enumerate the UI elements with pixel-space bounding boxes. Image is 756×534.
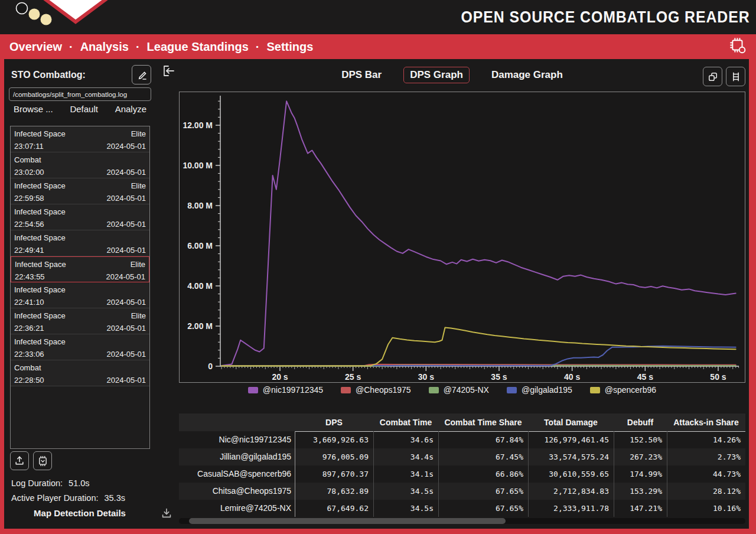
combat-item-top-row: Infected SpaceElite [14, 310, 146, 322]
legend-label: @74205-NX [444, 385, 489, 395]
combatlog-label: STO Combatlog: [11, 70, 86, 80]
combat-item-top-row: Infected Space [14, 232, 146, 244]
combat-date: 2024-05-01 [107, 218, 146, 230]
combat-item-top-row: Infected SpaceElite [14, 180, 146, 192]
combat-map: Infected Space [14, 310, 66, 322]
combat-list-item[interactable]: Combat22:28:502024-05-01 [11, 360, 149, 386]
combat-item-bottom-row: 23:02:002024-05-01 [14, 166, 146, 178]
combat-list-item[interactable]: Infected SpaceElite22:43:552024-05-01 [11, 256, 149, 282]
combat-map: Infected Space [14, 284, 66, 296]
legend-swatch [507, 387, 517, 393]
log-duration-label: Log Duration: [11, 478, 63, 488]
legend-label: @nic199712345 [263, 385, 323, 395]
pencil-icon [136, 69, 148, 81]
nav-separator: · [69, 40, 73, 54]
default-button[interactable]: Default [70, 104, 98, 114]
column-header: Debuff [614, 413, 667, 432]
combat-list-item[interactable]: Infected SpaceElite23:07:112024-05-01 [11, 126, 149, 152]
tab-dps-graph[interactable]: DPS Graph [403, 67, 470, 83]
column-header: DPS [295, 413, 373, 432]
ladder-icon [730, 71, 742, 83]
combat-item-top-row: Infected SpaceElite [15, 258, 145, 271]
table-cell: 34.4s [373, 448, 438, 465]
combat-list-item[interactable]: Infected Space22:49:412024-05-01 [11, 230, 149, 256]
save-graph-button[interactable] [160, 507, 173, 522]
svg-text:6.00 M: 6.00 M [187, 241, 213, 250]
combat-date: 2024-05-01 [107, 192, 146, 204]
combat-list-item[interactable]: Infected Space22:54:562024-05-01 [11, 204, 149, 230]
column-header: Total Damage [528, 413, 614, 432]
legend-swatch [341, 387, 351, 393]
svg-text:10.00 M: 10.00 M [183, 161, 213, 170]
map-detection-details-button[interactable]: Map Detection Details [4, 508, 155, 518]
combat-difficulty: Elite [131, 258, 145, 271]
combat-time: 23:02:00 [14, 166, 44, 178]
table-horizontal-scrollbar[interactable] [179, 518, 745, 524]
live-parser-chip-icon[interactable] [729, 37, 747, 54]
svg-text:2.00 M: 2.00 M [187, 321, 213, 331]
combat-item-bottom-row: 22:33:062024-05-01 [14, 348, 146, 360]
table-row: Nic@nic1997123453,669,926.6334.6s67.84%1… [179, 431, 745, 448]
column-header: Combat Time Share [438, 413, 528, 432]
table-cell: 2,712,834.83 [528, 483, 614, 500]
browse-button[interactable]: Browse ... [14, 104, 53, 114]
nav-item-league-standings[interactable]: League Standings [147, 40, 249, 54]
combat-item-top-row: Combat [14, 362, 146, 374]
player-name: Lemire@74205-NX [179, 500, 295, 517]
ladder-button[interactable] [726, 67, 745, 86]
table-cell: 34.1s [373, 465, 438, 483]
svg-text:12.00 M: 12.00 M [183, 121, 213, 130]
combat-item-bottom-row: 22:28:502024-05-01 [14, 374, 146, 386]
analyze-button[interactable]: Analyze [115, 104, 146, 114]
combat-item-bottom-row: 22:41:102024-05-01 [14, 296, 146, 308]
svg-text:50 s: 50 s [710, 372, 726, 382]
combat-list-item[interactable]: Infected SpaceElite22:36:212024-05-01 [11, 308, 149, 334]
nav-item-overview[interactable]: Overview [9, 40, 62, 54]
logo-dot-black [17, 3, 28, 14]
nav-item-analysis[interactable]: Analysis [80, 40, 129, 54]
player-name: Nic@nic199712345 [179, 431, 295, 448]
table-cell: 30,610,559.65 [528, 465, 614, 483]
active-player-duration: Active Player Duration:35.3s [11, 493, 125, 503]
table-cell: 34.6s [373, 431, 438, 448]
log-duration: Log Duration:51.0s [11, 478, 90, 488]
nav-menu: Overview·Analysis·League Standings·Setti… [9, 40, 313, 54]
column-header-empty [179, 413, 295, 432]
copy-icon [707, 71, 719, 83]
combatlog-path-input[interactable] [9, 87, 151, 101]
combat-list-item[interactable]: Infected Space22:33:062024-05-01 [11, 334, 149, 360]
combat-list-item[interactable]: Infected SpaceElite22:59:582024-05-01 [11, 178, 149, 204]
legend-item: @74205-NX [429, 385, 489, 395]
table-cell: 66.86% [438, 465, 528, 483]
tab-dps-bar[interactable]: DPS Bar [335, 67, 388, 83]
combat-item-bottom-row: 22:59:582024-05-01 [14, 192, 146, 204]
combat-list-item[interactable]: Infected Space22:41:102024-05-01 [11, 282, 149, 308]
edit-path-button[interactable] [132, 65, 151, 84]
svg-text:4.00 M: 4.00 M [187, 281, 213, 291]
chart-legend: @nic199712345@Cheops1975@74205-NX@gilgal… [155, 385, 749, 395]
titlebar: OPEN SOURCE COMBATLOG READER [0, 0, 756, 34]
table-cell: 33,574,575.24 [528, 448, 614, 465]
app-window: OPEN SOURCE COMBATLOG READER Overview·An… [0, 0, 756, 534]
sidebar: STO Combatlog: Browse ... Default Analyz… [4, 59, 155, 529]
combat-time: 22:59:58 [14, 192, 44, 204]
combat-map: Infected Space [14, 206, 66, 218]
parser-settings-button[interactable] [33, 451, 52, 470]
legend-item: @gilgalad195 [507, 385, 572, 395]
nav-item-settings[interactable]: Settings [266, 40, 313, 54]
svg-text:0: 0 [208, 362, 213, 371]
table-cell: 67.84% [438, 431, 528, 448]
combat-difficulty: Elite [131, 310, 146, 322]
scrollbar-thumb[interactable] [189, 518, 506, 524]
content-area: STO Combatlog: Browse ... Default Analyz… [0, 59, 756, 534]
table-cell: 152.50% [614, 431, 667, 448]
svg-text:8.00 M: 8.00 M [187, 201, 213, 210]
chip-chevron-icon [37, 455, 49, 467]
main-panel: DPS BarDPS GraphDamage Graph [155, 59, 749, 529]
tab-damage-graph[interactable]: Damage Graph [485, 67, 569, 83]
export-combat-button[interactable] [10, 451, 29, 470]
combat-list-item[interactable]: Combat23:02:002024-05-01 [11, 152, 149, 178]
legend-item: @nic199712345 [248, 385, 323, 395]
copy-result-button[interactable] [703, 67, 722, 86]
table-cell: 28.12% [667, 483, 745, 500]
